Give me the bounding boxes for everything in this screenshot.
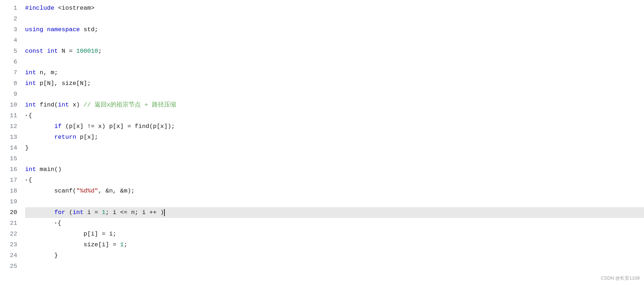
token-num-100010: 100010 (76, 46, 98, 57)
line-num-19: 19 (0, 196, 21, 207)
code-line-14: } (25, 143, 644, 153)
line-num-1: 1 (0, 3, 21, 14)
code-editor: 1 2 3 4 5 6 7 8 9 10 11 12 13 14 15 16 1… (0, 0, 644, 285)
code-line-7: int n, m; (25, 67, 644, 78)
code-content[interactable]: #include <iostream> using namespace std;… (21, 0, 644, 285)
fold-arrow-21[interactable]: ▾ (54, 218, 57, 229)
code-line-19 (25, 196, 644, 207)
token-string-18: "%d%d" (76, 186, 98, 196)
code-line-20: for (int i = 1; i <= n; i ++ ) (25, 207, 644, 218)
code-line-24: } (25, 250, 644, 261)
code-line-13: return p[x]; (25, 132, 644, 143)
token-for: for (54, 207, 66, 218)
token-int-10b: int (58, 100, 69, 110)
code-line-1: #include <iostream> (25, 3, 644, 14)
token-return: return (54, 132, 76, 143)
token-int-5: int (47, 46, 58, 57)
line-num-22: 22 (0, 229, 21, 239)
code-line-5: const int N = 100010; (25, 46, 644, 57)
code-line-6 (25, 57, 644, 67)
token-num-1: 1 (102, 207, 105, 218)
code-line-9 (25, 89, 644, 100)
fold-arrow-11[interactable]: ▾ (25, 110, 28, 121)
token-const: const (25, 46, 43, 57)
code-line-18: scanf("%d%d", &n, &m); (25, 186, 644, 196)
line-num-2: 2 (0, 14, 21, 24)
line-num-3: 3 (0, 24, 21, 35)
code-line-12: if (p[x] != x) p[x] = find(p[x]); (25, 121, 644, 132)
line-num-10: 10 (0, 100, 21, 110)
token-comment-10: // 返回x的祖宗节点 + 路径压缩 (83, 100, 176, 110)
code-line-23: size[i] = 1; (25, 239, 644, 250)
code-line-3: using namespace std; (25, 24, 644, 35)
watermark: CSDN @长安1108 (601, 275, 640, 281)
text-cursor (164, 209, 165, 216)
line-num-23: 23 (0, 239, 21, 250)
code-line-17: ▾{ (25, 175, 644, 186)
line-numbers: 1 2 3 4 5 6 7 8 9 10 11 12 13 14 15 16 1… (0, 0, 21, 285)
code-line-2 (25, 14, 644, 24)
code-line-16: int main() (25, 164, 644, 175)
code-line-11: ▾{ (25, 110, 644, 121)
line-num-21: 21 (0, 218, 21, 229)
line-num-12: 12 (0, 121, 21, 132)
token-int-8: int (25, 78, 36, 89)
line-num-20: 20 (0, 207, 21, 218)
code-line-10: int find(int x) // 返回x的祖宗节点 + 路径压缩 (25, 100, 644, 110)
token-include: #include (25, 3, 54, 14)
token-int-10: int (25, 100, 36, 110)
line-num-5: 5 (0, 46, 21, 57)
line-num-14: 14 (0, 143, 21, 153)
code-line-4 (25, 35, 644, 46)
line-num-24: 24 (0, 250, 21, 261)
code-line-15 (25, 153, 644, 164)
fold-arrow-17[interactable]: ▾ (25, 175, 28, 186)
line-num-13: 13 (0, 132, 21, 143)
line-num-9: 9 (0, 89, 21, 100)
token-namespace: namespace (47, 24, 80, 35)
code-line-22: p[i] = i; (25, 229, 644, 239)
line-num-7: 7 (0, 67, 21, 78)
token-if: if (54, 121, 62, 132)
line-num-4: 4 (0, 35, 21, 46)
token-int-7: int (25, 67, 36, 78)
token-int-20: int (73, 207, 84, 218)
token-int-16: int (25, 164, 36, 175)
line-num-15: 15 (0, 153, 21, 164)
line-num-25: 25 (0, 261, 21, 272)
token-num-1b: 1 (120, 239, 124, 250)
line-num-6: 6 (0, 57, 21, 67)
code-line-8: int p[N], size[N]; (25, 78, 644, 89)
line-num-16: 16 (0, 164, 21, 175)
line-num-11: 11 (0, 110, 21, 121)
code-line-21: ▾{ (25, 218, 644, 229)
line-num-17: 17 (0, 175, 21, 186)
line-num-8: 8 (0, 78, 21, 89)
code-line-25 (25, 261, 644, 272)
line-num-18: 18 (0, 186, 21, 196)
token-using: using (25, 24, 43, 35)
